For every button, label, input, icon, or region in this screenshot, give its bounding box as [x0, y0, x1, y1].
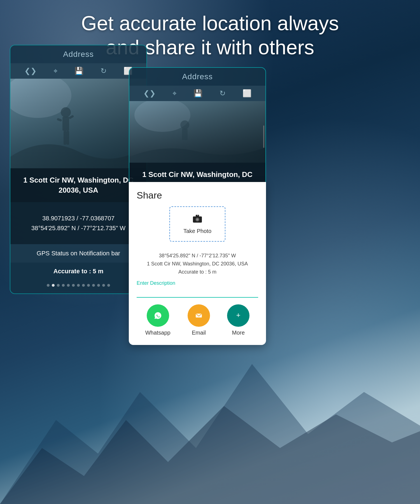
dot-9[interactable] [87, 284, 90, 287]
share-address: 1 Scott Cir NW, Washington, DC 20036, US… [137, 260, 258, 268]
svg-rect-10 [129, 101, 265, 163]
front-location-icon[interactable]: ⌖ [172, 89, 177, 98]
card-front-image-svg [129, 101, 265, 163]
camera-svg: + [192, 214, 203, 223]
share-buttons-row: Whatsapp Email + More [137, 304, 258, 336]
whatsapp-icon [152, 310, 164, 321]
location-icon[interactable]: ⌖ [53, 67, 58, 75]
svg-rect-6 [57, 118, 62, 122]
dot-4[interactable] [62, 284, 65, 287]
dot-6[interactable] [72, 284, 75, 287]
front-grid-icon[interactable]: ⬜ [242, 89, 251, 98]
email-icon [193, 310, 205, 321]
dot-2[interactable] [52, 284, 55, 287]
more-icon: + [232, 310, 244, 321]
gps-status-text: GPS Status on Notification bar [16, 250, 141, 257]
card-back-coords-section: 38.9071923 / -77.0368707 38°54'25.892" N… [10, 202, 146, 244]
save-icon[interactable]: 💾 [74, 67, 83, 75]
svg-rect-8 [64, 131, 66, 145]
share-icon[interactable]: ❮❯ [24, 67, 37, 75]
card-back-image-svg [10, 79, 146, 168]
refresh-icon[interactable]: ↻ [101, 67, 107, 75]
svg-text:+: + [197, 214, 199, 217]
headline-line1: Get accurate location always [17, 11, 403, 35]
dot-12[interactable] [102, 284, 105, 287]
front-save-icon[interactable]: 💾 [193, 89, 202, 98]
share-location-info: 38°54'25.892" N / -77°2'12.735" W 1 Scot… [137, 252, 258, 276]
coord-dms: 38°54'25.892" N / -77°2'12.735" W [16, 223, 141, 233]
svg-point-11 [134, 101, 190, 132]
dot-8[interactable] [82, 284, 85, 287]
pagination-dots [10, 280, 146, 291]
camera-icon: + [177, 214, 218, 226]
card-front-toolbar: ❮❯ ⌖ 💾 ↻ ⬜ [129, 86, 265, 101]
card-front-title: Address [129, 68, 265, 86]
email-label: Email [192, 330, 206, 336]
share-accurate: Accurate to : 5 m [137, 268, 258, 276]
whatsapp-label: Whatsapp [145, 330, 171, 336]
card-front-image [129, 101, 265, 163]
svg-point-3 [10, 79, 71, 118]
more-button[interactable]: + [227, 304, 249, 327]
card-back-address: 1 Scott Cir NW, Washington, DC 20036, US… [16, 175, 141, 195]
front-refresh-icon[interactable]: ↻ [220, 89, 226, 98]
more-label: More [232, 330, 245, 336]
card-back-image [10, 79, 146, 168]
card-back: Address ❮❯ ⌖ 💾 ↻ ⬜ [10, 45, 147, 294]
description-input[interactable] [137, 288, 258, 298]
dot-10[interactable] [92, 284, 95, 287]
dot-1[interactable] [47, 284, 50, 287]
svg-rect-9 [66, 131, 69, 145]
whatsapp-button[interactable] [147, 304, 169, 327]
email-share-item[interactable]: Email [188, 304, 210, 336]
share-coord-dms: 38°54'25.892" N / -77°2'12.735" W [137, 252, 258, 260]
card-back-accurate-section: Accurate to : 5 m [10, 263, 146, 280]
card-back-gps-section: GPS Status on Notification bar [10, 244, 146, 263]
svg-text:+: + [236, 311, 241, 319]
more-share-item[interactable]: + More [227, 304, 249, 336]
take-photo-label: Take Photo [177, 228, 218, 234]
share-panel: Share + Take Photo 38°54'25.892" N / -77… [129, 182, 266, 345]
take-photo-button[interactable]: + Take Photo [169, 206, 225, 242]
share-title: Share [137, 190, 258, 201]
svg-point-4 [61, 107, 71, 117]
svg-rect-13 [182, 129, 188, 140]
svg-point-16 [196, 218, 199, 221]
accurate-text: Accurate to : 5 m [15, 268, 141, 275]
svg-point-12 [180, 120, 189, 129]
whatsapp-share-item[interactable]: Whatsapp [145, 304, 171, 336]
dot-3[interactable] [57, 284, 60, 287]
svg-rect-7 [69, 115, 74, 119]
card-back-toolbar: ❮❯ ⌖ 💾 ↻ ⬜ [10, 63, 146, 79]
scroll-indicator [263, 125, 264, 148]
description-label: Enter Description [137, 280, 258, 286]
card-back-address-section: 1 Scott Cir NW, Washington, DC 20036, US… [10, 168, 146, 202]
dot-5[interactable] [67, 284, 70, 287]
front-share-icon[interactable]: ❮❯ [143, 89, 156, 98]
card-back-title: Address [10, 45, 146, 63]
email-button[interactable] [188, 304, 210, 327]
dot-7[interactable] [77, 284, 80, 287]
dot-11[interactable] [97, 284, 100, 287]
dot-13[interactable] [107, 284, 110, 287]
svg-rect-5 [62, 117, 69, 131]
coord-decimal: 38.9071923 / -77.0368707 [16, 213, 141, 223]
svg-rect-2 [10, 79, 146, 168]
